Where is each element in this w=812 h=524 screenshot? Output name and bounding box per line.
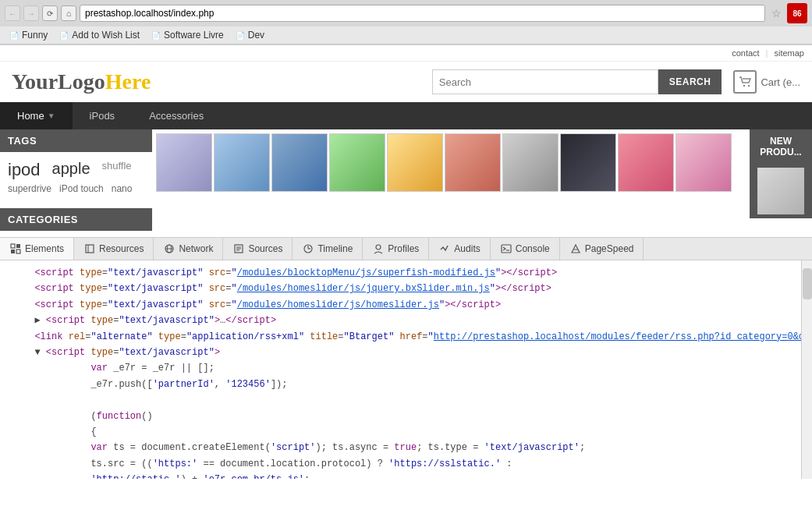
bookmark-funny-label: Funny xyxy=(22,30,48,41)
tab-resources-label: Resources xyxy=(99,243,144,254)
address-bar[interactable]: prestashop.localhost/index.php xyxy=(80,5,765,22)
tab-elements[interactable]: Elements xyxy=(0,238,74,260)
slide-1 xyxy=(156,133,212,192)
cart-area[interactable]: Cart (e... xyxy=(733,70,800,94)
slide-4 xyxy=(329,133,385,192)
code-line: { xyxy=(0,424,801,440)
tab-profiles-label: Profiles xyxy=(388,243,419,254)
search-bar: SEARCH xyxy=(432,69,722,94)
sources-icon xyxy=(232,243,245,255)
cart-text: Cart (e... xyxy=(761,76,800,88)
scrollbar-thumb[interactable] xyxy=(803,268,812,299)
tab-network-label: Network xyxy=(179,243,213,254)
browser-toolbar: ← → ⟳ ⌂ prestashop.localhost/index.php ☆… xyxy=(0,0,812,27)
main-nav: Home ▼ iPods Accessories xyxy=(0,102,812,129)
nav-ipods-label: iPods xyxy=(90,110,115,122)
tab-sources[interactable]: Sources xyxy=(223,238,293,260)
categories-title: CATEGORIES xyxy=(0,208,152,231)
scrollbar-vertical[interactable] xyxy=(801,260,812,479)
svg-point-1 xyxy=(748,85,750,87)
slide-8 xyxy=(560,133,616,192)
tab-resources[interactable]: Resources xyxy=(74,238,154,260)
forward-button[interactable]: → xyxy=(23,5,39,21)
browser-chrome: ← → ⟳ ⌂ prestashop.localhost/index.php ☆… xyxy=(0,0,812,45)
sitemap-link[interactable]: sitemap xyxy=(774,48,804,58)
bookmark-funny[interactable]: 📄 Funny xyxy=(5,28,51,42)
bookmark-star[interactable]: ☆ xyxy=(768,5,784,21)
new-products-panel: NEW PRODU... xyxy=(750,129,812,218)
site-logo: YourLogoHere xyxy=(12,69,151,94)
bookmark-wishlist[interactable]: 📄 Add to Wish List xyxy=(55,28,144,42)
categories-section: CATEGORIES xyxy=(0,208,152,231)
tab-elements-label: Elements xyxy=(25,243,64,254)
tab-network[interactable]: Network xyxy=(154,238,223,260)
bookmarks-bar: 📄 Funny 📄 Add to Wish List 📄 Software Li… xyxy=(0,27,812,44)
devtools-panel: Elements Resources Network Sources Timel… xyxy=(0,237,812,479)
tag-nano[interactable]: nano xyxy=(112,183,133,194)
code-line: _e7r.push(['partnerId', '123456']); xyxy=(0,377,801,392)
svg-point-0 xyxy=(743,85,745,87)
code-line: <script type="text/javascript" src="/mod… xyxy=(0,297,801,313)
bookmark-wishlist-icon: 📄 xyxy=(59,30,69,41)
pagespeed-icon xyxy=(569,243,582,255)
resources-icon xyxy=(83,243,96,255)
bookmark-software-icon: 📄 xyxy=(151,30,161,41)
bookmark-dev-label: Dev xyxy=(248,30,264,41)
bookmark-dev[interactable]: 📄 Dev xyxy=(231,28,268,42)
site-header: YourLogoHere SEARCH Cart (e... xyxy=(0,62,812,102)
code-line: 'http://static.') + 'e7r.com.br/ts.js'; xyxy=(0,472,801,479)
tag-ipod[interactable]: ipod xyxy=(8,160,41,180)
tab-console[interactable]: Console xyxy=(491,238,560,260)
search-input[interactable] xyxy=(432,69,658,94)
tag-ipodtouch[interactable]: iPod touch xyxy=(59,183,104,194)
tags-section: TAGS ipod apple shuffle superdrive iPod … xyxy=(0,129,152,202)
slide-6 xyxy=(445,133,501,192)
new-product-image xyxy=(757,168,804,214)
slider-images xyxy=(152,129,750,196)
code-line: <script type="text/javascript" src="/mod… xyxy=(0,265,801,281)
extension-button[interactable]: 86 xyxy=(787,3,807,23)
tab-console-label: Console xyxy=(516,243,550,254)
nav-item-ipods[interactable]: iPods xyxy=(73,102,133,129)
code-line: (function() xyxy=(0,409,801,424)
main-area: NEW PRODU... xyxy=(152,129,812,237)
svg-rect-6 xyxy=(86,245,94,253)
contact-link[interactable]: contact xyxy=(732,48,759,58)
code-line: <script type="text/javascript" src="/mod… xyxy=(0,281,801,296)
content-area: TAGS ipod apple shuffle superdrive iPod … xyxy=(0,129,812,237)
cart-icon xyxy=(733,70,757,94)
code-panel[interactable]: <script type="text/javascript" src="/mod… xyxy=(0,260,801,479)
tag-superdrive[interactable]: superdrive xyxy=(8,183,51,194)
home-button[interactable]: ⌂ xyxy=(61,5,76,21)
tab-pagespeed-label: PageSpeed xyxy=(585,243,634,254)
svg-rect-3 xyxy=(16,244,20,248)
tag-apple[interactable]: apple xyxy=(52,160,90,180)
back-button[interactable]: ← xyxy=(5,5,20,21)
header-right: SEARCH Cart (e... xyxy=(432,69,800,94)
products-row: NEW PRODU... xyxy=(152,129,812,218)
tab-pagespeed[interactable]: PageSpeed xyxy=(560,238,644,260)
timeline-icon xyxy=(302,243,314,255)
code-line: ▼ <script type="text/javascript"> xyxy=(0,345,801,360)
audits-icon xyxy=(438,243,451,255)
bookmark-software[interactable]: 📄 Software Livre xyxy=(147,28,228,42)
product-slider[interactable] xyxy=(152,129,750,200)
bookmark-funny-icon: 📄 xyxy=(9,30,20,41)
nav-item-home[interactable]: Home ▼ xyxy=(0,102,73,129)
tab-profiles[interactable]: Profiles xyxy=(363,238,429,260)
nav-item-accessories[interactable]: Accessories xyxy=(132,102,221,129)
tags-content: ipod apple shuffle superdrive iPod touch… xyxy=(0,152,152,202)
svg-rect-5 xyxy=(16,250,20,253)
top-bar: contact | sitemap xyxy=(0,45,812,62)
slide-5 xyxy=(387,133,443,192)
refresh-button[interactable]: ⟳ xyxy=(42,5,58,21)
tab-audits[interactable]: Audits xyxy=(429,238,490,260)
code-line: var ts = document.createElement('script'… xyxy=(0,440,801,455)
tab-timeline[interactable]: Timeline xyxy=(293,238,363,260)
bookmark-dev-icon: 📄 xyxy=(235,30,246,41)
devtools-tabs: Elements Resources Network Sources Timel… xyxy=(0,238,812,260)
tag-shuffle[interactable]: shuffle xyxy=(102,160,132,180)
elements-icon xyxy=(9,243,22,255)
search-button[interactable]: SEARCH xyxy=(658,69,722,94)
bookmark-wishlist-label: Add to Wish List xyxy=(72,30,140,41)
